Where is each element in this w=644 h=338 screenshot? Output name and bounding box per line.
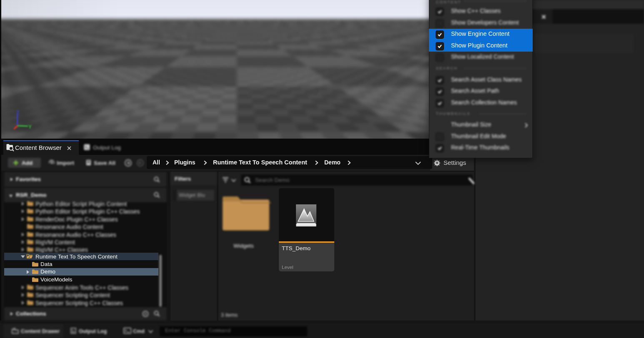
svg-text:Z: Z [16, 110, 19, 116]
svg-text:Y: Y [28, 124, 32, 130]
